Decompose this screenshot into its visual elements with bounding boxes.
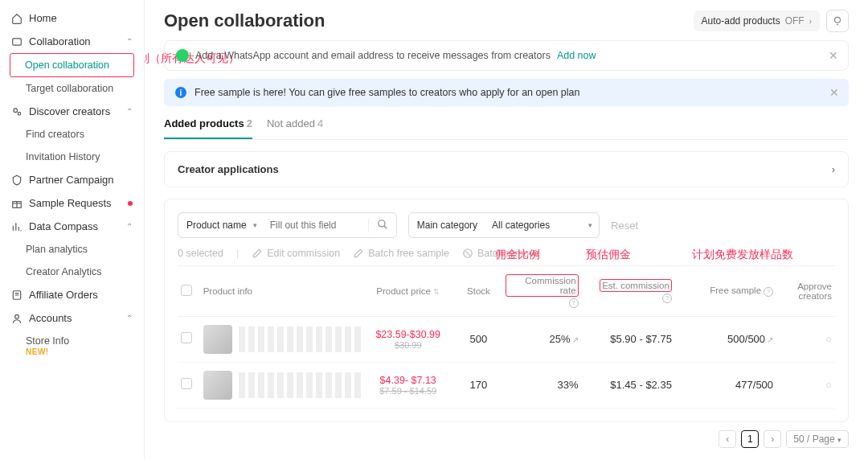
product-cell[interactable] xyxy=(203,371,362,400)
col-approve[interactable]: Approve creators xyxy=(776,281,832,301)
alert-text: Free sample is here! You can give free s… xyxy=(194,87,579,98)
sidebar-item-collaboration[interactable]: Collaboration⌃ xyxy=(0,30,144,53)
sidebar-item-creator-analytics[interactable]: Creator Analytics xyxy=(0,261,144,283)
sidebar-item-discover[interactable]: Discover creators⌃ xyxy=(0,100,144,123)
product-name-input[interactable] xyxy=(264,220,368,231)
batch-sample-button[interactable]: Batch free sample xyxy=(353,248,449,259)
close-icon[interactable]: ✕ xyxy=(829,86,839,99)
product-name-redacted xyxy=(239,372,362,398)
sidebar-label: Collaboration xyxy=(29,35,91,47)
edit-commission-button[interactable]: Edit commission xyxy=(252,248,340,259)
batch-remove-button[interactable]: Batch remove xyxy=(462,248,539,259)
svg-point-7 xyxy=(378,220,384,226)
page-size-select[interactable]: 50 / Page ▾ xyxy=(786,430,849,448)
sidebar-label: Find creators xyxy=(26,129,84,140)
sample-cell: 500/500↗ xyxy=(678,333,773,345)
discover-icon xyxy=(11,106,23,117)
sidebar-label: Discover creators xyxy=(29,105,110,117)
col-est[interactable]: Est. commission? xyxy=(588,279,675,303)
approve-cell[interactable]: ○ xyxy=(776,379,832,391)
approve-cell[interactable]: ○ xyxy=(776,333,832,345)
title-row: Open collaboration Auto-add productsOFF› xyxy=(164,10,849,32)
svg-point-5 xyxy=(15,314,19,318)
help-icon[interactable]: ? xyxy=(764,287,773,297)
auto-add-toggle[interactable]: Auto-add productsOFF› xyxy=(694,10,820,31)
product-name-redacted xyxy=(239,327,362,352)
sidebar-item-invitation-history[interactable]: Invitation History xyxy=(0,146,144,168)
sidebar-item-target-collaboration[interactable]: Target collaboration xyxy=(0,77,144,100)
chart-icon xyxy=(11,221,23,232)
accordion-title: Creator applications xyxy=(178,163,279,175)
creator-applications-accordion[interactable]: Creator applications › xyxy=(164,151,849,187)
sidebar-item-find-creators[interactable]: Find creators xyxy=(0,123,144,146)
gift-icon xyxy=(11,198,23,209)
tab-not-added[interactable]: Not added4 xyxy=(267,117,323,139)
select-all-checkbox[interactable] xyxy=(181,285,192,296)
stock-cell: 500 xyxy=(455,333,502,345)
col-stock[interactable]: Stock xyxy=(455,286,502,296)
page-number[interactable]: 1 xyxy=(741,430,759,448)
annotation-box-open-collab: Open collaboration xyxy=(10,53,134,77)
next-page-button[interactable]: › xyxy=(764,430,781,448)
sidebar-label: Plan analytics xyxy=(26,244,88,255)
tab-added[interactable]: Added products2 xyxy=(164,117,252,139)
row-checkbox[interactable] xyxy=(181,378,192,389)
sidebar-item-home[interactable]: Home xyxy=(0,6,144,30)
chevron-up-icon: ⌃ xyxy=(126,314,133,322)
col-rate[interactable]: Commission rate? xyxy=(506,274,585,308)
sidebar: Home Collaboration⌃ Open collaboration T… xyxy=(0,0,145,460)
external-icon[interactable]: ↗ xyxy=(767,335,773,344)
col-sample[interactable]: Free sample? xyxy=(678,285,773,297)
banner-cta[interactable]: Add now xyxy=(557,50,596,61)
notification-dot xyxy=(128,201,133,206)
whatsapp-icon xyxy=(176,49,189,62)
sidebar-item-affiliate[interactable]: Affiliate Orders xyxy=(0,283,144,306)
products-panel: Product name ▾ Main category All categor… xyxy=(164,199,849,422)
sidebar-item-sample[interactable]: Sample Requests xyxy=(0,191,144,215)
sidebar-item-plan-analytics[interactable]: Plan analytics xyxy=(0,238,144,261)
external-icon[interactable]: ↗ xyxy=(572,335,579,344)
filter-label: Main category xyxy=(409,220,484,231)
help-icon[interactable]: ? xyxy=(569,298,579,308)
home-icon xyxy=(11,13,23,24)
sidebar-label: Target collaboration xyxy=(26,83,113,94)
new-badge: NEW! xyxy=(26,347,49,356)
chevron-down-icon: ▾ xyxy=(837,436,841,444)
svg-rect-0 xyxy=(13,38,22,44)
table-row: $4.39- $7.13$7.59 - $14.59 170 33% $1.45… xyxy=(178,363,835,409)
product-cell[interactable] xyxy=(203,325,362,354)
help-button[interactable] xyxy=(826,10,849,32)
close-icon[interactable]: ✕ xyxy=(829,49,838,62)
chevron-up-icon: ⌃ xyxy=(126,107,133,116)
sample-cell: 477/500 xyxy=(678,379,773,391)
product-name-filter[interactable]: Product name ▾ xyxy=(178,212,397,238)
collab-icon xyxy=(11,36,23,47)
search-icon[interactable] xyxy=(368,219,396,232)
table-header: Product info Product price ⇅ Stock Commi… xyxy=(178,265,835,317)
sidebar-item-accounts[interactable]: Accounts⌃ xyxy=(0,306,144,330)
tabs: Added products2 Not added4 xyxy=(164,117,849,140)
remove-icon xyxy=(462,248,473,259)
sidebar-label: Invitation History xyxy=(26,151,100,162)
edit-icon xyxy=(353,248,364,259)
tab-label: Added products xyxy=(164,117,244,129)
bulb-icon xyxy=(832,15,843,27)
page-title: Open collaboration xyxy=(164,10,325,31)
est-cell: $1.45 - $2.35 xyxy=(588,379,675,391)
col-product-info[interactable]: Product info xyxy=(203,286,362,296)
category-filter[interactable]: Main category All categories ▾ xyxy=(408,212,600,238)
sidebar-item-partner[interactable]: Partner Campaign xyxy=(0,168,144,191)
row-checkbox[interactable] xyxy=(181,332,192,343)
sidebar-item-data[interactable]: Data Compass⌃ xyxy=(0,215,144,238)
product-thumbnail xyxy=(203,325,232,354)
price-cell: $4.39- $7.13$7.59 - $14.59 xyxy=(365,375,452,396)
tab-count: 4 xyxy=(317,117,323,129)
chevron-down-icon: ▾ xyxy=(253,221,264,229)
sidebar-item-store-info[interactable]: Store InfoNEW! xyxy=(0,330,144,362)
reset-button[interactable]: Reset xyxy=(611,220,638,232)
chevron-up-icon: ⌃ xyxy=(126,37,133,46)
col-price[interactable]: Product price ⇅ xyxy=(365,286,452,296)
help-icon[interactable]: ? xyxy=(662,294,672,303)
prev-page-button[interactable]: ‹ xyxy=(719,430,736,448)
sidebar-item-open-collaboration[interactable]: Open collaboration xyxy=(10,54,133,76)
